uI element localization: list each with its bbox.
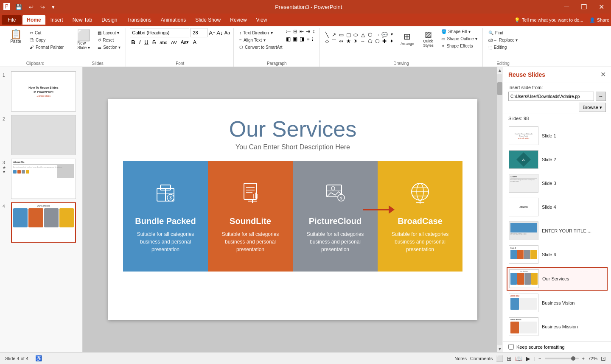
more-btn[interactable]: ▾ [388, 32, 395, 38]
reuse-slide-5[interactable]: ENTER YOUR TITLE HERE ENTER YOUR TITLE .… [507, 219, 608, 242]
scroll-thumb[interactable] [497, 82, 502, 95]
rounded-rect[interactable]: ▢ [345, 32, 352, 38]
browse-button[interactable]: Browse ▾ [579, 103, 606, 112]
select-button[interactable]: ⬚ Editing [487, 44, 520, 50]
reset-button[interactable]: ↺ Reset [96, 37, 122, 43]
scroll-up-btn[interactable]: ▲ [497, 67, 503, 73]
line-shape[interactable]: ╲ [323, 32, 330, 38]
star5[interactable]: ✦ [388, 38, 395, 45]
menu-slideshow[interactable]: Slide Show [191, 15, 225, 25]
fontcolor-btn[interactable]: A [191, 39, 198, 46]
plus-shape[interactable]: ✚ [381, 38, 388, 45]
oval-shape[interactable]: ⬭ [352, 32, 359, 38]
triangle-shape[interactable]: △ [359, 32, 366, 38]
justify-btn[interactable]: ≡ [306, 36, 310, 42]
curve-shape[interactable]: ⌒ [331, 38, 337, 45]
reuse-slide-7[interactable]: Our Services Our Services [507, 267, 608, 291]
new-slide-button[interactable]: ⬜ NewSlide ▾ [73, 28, 94, 52]
menu-animations[interactable]: Animations [157, 15, 190, 25]
save-qat-btn[interactable]: 💾 [14, 3, 24, 11]
arc-shape[interactable]: ⌣ [359, 38, 366, 45]
minimize-btn[interactable]: ─ [561, 2, 572, 11]
view-reading-btn[interactable]: 📖 [515, 355, 522, 362]
fit-slide-btn[interactable]: ⊡ [601, 355, 606, 362]
menu-newtab[interactable]: New Tab [68, 15, 96, 25]
service-card-1[interactable]: $ Bundle Packed Suitable for all categor… [123, 161, 208, 272]
redo-qat-btn[interactable]: ↪ [39, 3, 47, 11]
shape-fill-button[interactable]: 🪣 Shape Fill ▾ [440, 28, 479, 35]
zoom-level[interactable]: 72% [588, 356, 597, 361]
num-list-btn[interactable]: ⊟ [292, 28, 298, 35]
menu-design[interactable]: Design [97, 15, 121, 25]
decrease-indent-btn[interactable]: ⇤ [299, 28, 305, 35]
reuse-slide-6[interactable]: Slide 6 Slide 6 [507, 243, 608, 266]
menu-transitions[interactable]: Transitions [123, 15, 156, 25]
slide-thumb-3[interactable]: 3★ About Us Lorem ipsum text content her… [2, 158, 81, 200]
reuse-slide-2[interactable]: A Slide 2 [507, 148, 608, 171]
menu-review[interactable]: Review [226, 15, 251, 25]
align-left-btn[interactable]: ◧ [285, 36, 291, 42]
zoom-slider[interactable] [545, 358, 579, 359]
clear-format-btn[interactable]: Aa [224, 30, 230, 35]
increase-indent-btn[interactable]: ⇥ [305, 28, 311, 35]
shape-effects-button[interactable]: ✦ Shape Effects [440, 43, 479, 49]
comments-btn[interactable]: Comments [470, 356, 493, 361]
text-direction-button[interactable]: ↕ Text Direction ▾ [238, 30, 284, 36]
slide-thumb-2[interactable]: 2 [2, 114, 81, 156]
increase-font-btn[interactable]: A↑ [209, 30, 215, 36]
menu-file[interactable]: File [2, 15, 22, 25]
underline-btn[interactable]: U [143, 39, 149, 46]
bold-btn[interactable]: B [130, 39, 136, 46]
section-button[interactable]: ☰ Section ▾ [96, 44, 122, 50]
slide-img-2[interactable] [11, 115, 76, 155]
customize-qat-btn[interactable]: ▾ [50, 3, 56, 11]
reuse-slide-1[interactable]: How To Reuse Slides In PowerPoint● simpl… [507, 124, 608, 147]
zoom-out-btn[interactable]: − [538, 356, 541, 361]
arrange-button[interactable]: ⊞ Arrange [398, 30, 417, 48]
more-shapes[interactable]: ⬡ [367, 32, 373, 38]
decrease-font-btn[interactable]: A↓ [216, 30, 223, 36]
view-sorter-btn[interactable]: ⊞ [507, 355, 512, 362]
menu-home[interactable]: Home [22, 15, 45, 25]
slide-canvas[interactable]: Our Services You Can Enter Short Descrip… [108, 99, 477, 320]
copy-button[interactable]: ⿻ Copy [28, 37, 65, 43]
paste-button[interactable]: 📋 Paste [5, 28, 26, 45]
view-normal-btn[interactable]: ⬜ [496, 355, 503, 362]
reuse-slide-9[interactable]: ADMIRE MISSION Business Mission [507, 315, 608, 338]
reuse-slide-4[interactable]: ADMIRE Slide 4 [507, 196, 608, 218]
scroll-down-btn[interactable]: ▼ [497, 346, 503, 352]
pentagon[interactable]: ⬠ [367, 38, 373, 45]
slide-thumb-4[interactable]: 4 Our Services [2, 202, 81, 244]
zoom-in-btn[interactable]: + [582, 356, 585, 361]
italic-btn[interactable]: I [138, 39, 142, 46]
format-painter-button[interactable]: 🖌 Format Painter [28, 44, 65, 50]
service-card-2[interactable]: SoundLite Suitable for all categories bu… [208, 161, 293, 272]
service-card-4[interactable]: BroadCase Suitable for all categories bu… [378, 161, 462, 272]
menu-view[interactable]: View [252, 15, 272, 25]
close-btn[interactable]: ✕ [595, 2, 608, 12]
slide-img-1[interactable]: How To Reuse SlidesIn PowerPoint ● simpl… [11, 71, 76, 112]
slide-img-4[interactable]: Our Services [11, 202, 76, 243]
casechange-btn[interactable]: Aa▾ [179, 39, 190, 45]
line-spacing-btn[interactable]: ↕ [311, 28, 316, 35]
slide-img-3[interactable]: About Us Lorem ipsum text content here a… [11, 159, 76, 199]
font-name-input[interactable]: Calibri (Headings) [130, 28, 189, 37]
font-size-input[interactable]: 28 [191, 28, 207, 37]
strikethrough-btn[interactable]: S [151, 39, 157, 46]
reuse-close-btn[interactable]: ✕ [600, 70, 606, 78]
quick-styles-button[interactable]: ▨ QuickStyles [418, 28, 439, 49]
diamond-shape[interactable]: ◇ [323, 38, 330, 45]
find-button[interactable]: 🔍 Find [487, 30, 520, 36]
view-slideshow-btn[interactable]: ▶ [526, 355, 530, 362]
charspacing-btn[interactable]: AV [170, 39, 178, 45]
slide-thumb-1[interactable]: 1 How To Reuse SlidesIn PowerPoint ● sim… [2, 70, 81, 112]
arrow-right[interactable]: → [374, 32, 381, 38]
convert-smartart-button[interactable]: ⬡ Convert to SmartArt [238, 44, 284, 50]
star-shape[interactable]: ★ [345, 38, 352, 45]
reuse-slide-3[interactable]: ADMIRE Presentation template content lor… [507, 172, 608, 195]
hexagon[interactable]: ⬡ [374, 38, 381, 45]
bullet-list-btn[interactable]: ≔ [285, 28, 292, 35]
sun-shape[interactable]: ☀ [352, 38, 359, 45]
callout[interactable]: 💬 [381, 32, 388, 38]
reuse-path-input[interactable] [508, 92, 594, 101]
